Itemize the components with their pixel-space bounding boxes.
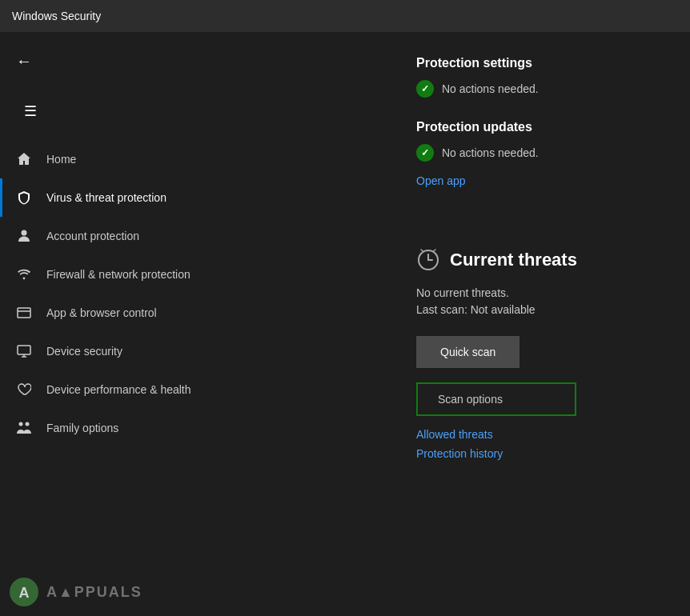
- sidebar-item-account[interactable]: Account protection: [0, 217, 384, 255]
- hamburger-icon: ☰: [24, 102, 37, 120]
- app-title: Windows Security: [12, 10, 101, 22]
- sidebar-item-device-health-label: Device performance & health: [46, 383, 191, 396]
- scan-options-button[interactable]: Scan options: [416, 382, 576, 416]
- protection-updates-status-text: No actions needed.: [442, 146, 539, 159]
- sidebar: ← ☰ Home: [0, 32, 384, 616]
- svg-text:A: A: [19, 585, 30, 601]
- sidebar-item-home[interactable]: Home: [0, 140, 384, 178]
- heart-icon: [16, 382, 32, 398]
- person-icon: [16, 228, 32, 244]
- monitor-icon: [16, 343, 32, 359]
- current-threats-header: Current threats: [416, 248, 658, 272]
- protection-updates-check-icon: [416, 144, 434, 162]
- wifi-icon: [16, 266, 32, 282]
- shield-icon: [16, 190, 32, 206]
- protection-history-link[interactable]: Protection history: [416, 447, 658, 460]
- sidebar-item-firewall[interactable]: Firewall & network protection: [0, 255, 384, 294]
- svg-point-5: [26, 422, 30, 426]
- open-app-link[interactable]: Open app: [416, 174, 466, 187]
- sidebar-item-account-label: Account protection: [46, 230, 139, 242]
- sidebar-item-home-label: Home: [46, 153, 76, 166]
- protection-updates-title: Protection updates: [416, 120, 658, 134]
- no-threats-text: No current threats.: [416, 286, 658, 299]
- sidebar-top: ←: [0, 32, 384, 90]
- svg-point-0: [22, 230, 27, 236]
- spacer-1: [416, 104, 658, 120]
- svg-point-4: [19, 422, 23, 426]
- sidebar-item-device-security[interactable]: Device security: [0, 332, 384, 370]
- family-icon: [16, 420, 32, 436]
- title-bar: Windows Security: [0, 0, 690, 32]
- back-icon: ←: [16, 52, 32, 70]
- sidebar-item-app-browser[interactable]: App & browser control: [0, 294, 384, 332]
- watermark-logo-icon: A: [8, 576, 40, 608]
- last-scan-text: Last scan: Not available: [416, 303, 658, 316]
- protection-settings-title: Protection settings: [416, 56, 658, 70]
- protection-updates-status-row: No actions needed.: [416, 144, 658, 162]
- main-content: Protection settings No actions needed. P…: [384, 32, 690, 616]
- sidebar-item-device-health[interactable]: Device performance & health: [0, 370, 384, 409]
- clock-icon: [416, 248, 440, 272]
- sidebar-item-app-browser-label: App & browser control: [46, 306, 157, 319]
- sidebar-item-family-label: Family options: [46, 422, 118, 434]
- browser-icon: [16, 305, 32, 321]
- protection-updates-section: Protection updates No actions needed. Op…: [416, 120, 658, 188]
- sidebar-item-device-security-label: Device security: [46, 345, 122, 358]
- protection-settings-check-icon: [416, 80, 434, 98]
- nav-menu: Home Virus & threat protection: [0, 140, 384, 447]
- home-icon: [16, 151, 32, 167]
- quick-scan-button[interactable]: Quick scan: [416, 336, 520, 368]
- protection-settings-section: Protection settings No actions needed.: [416, 56, 658, 98]
- sidebar-item-virus[interactable]: Virus & threat protection: [0, 178, 384, 217]
- main-layout: ← ☰ Home: [0, 32, 690, 616]
- watermark-text: A▲PPUALS: [46, 584, 142, 601]
- allowed-threats-link[interactable]: Allowed threats: [416, 428, 658, 441]
- sidebar-item-family[interactable]: Family options: [0, 409, 384, 447]
- sidebar-item-firewall-label: Firewall & network protection: [46, 268, 191, 281]
- watermark: A A▲PPUALS: [8, 576, 142, 608]
- spacer-2: [416, 188, 658, 204]
- spacer-3: [416, 204, 658, 220]
- sidebar-item-virus-label: Virus & threat protection: [46, 191, 166, 204]
- back-button[interactable]: ←: [12, 48, 36, 74]
- svg-rect-3: [18, 346, 30, 354]
- current-threats-section: Current threats No current threats. Last…: [416, 248, 658, 460]
- protection-settings-status-text: No actions needed.: [442, 82, 539, 95]
- hamburger-button[interactable]: ☰: [20, 98, 41, 124]
- svg-rect-1: [18, 308, 30, 318]
- protection-settings-status-row: No actions needed.: [416, 80, 658, 98]
- current-threats-title: Current threats: [450, 250, 577, 270]
